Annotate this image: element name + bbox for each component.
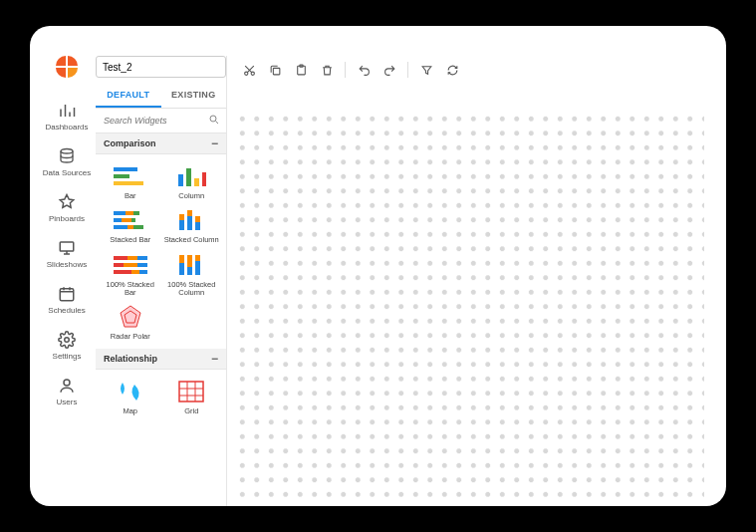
search-input[interactable] <box>96 109 226 133</box>
svg-rect-8 <box>114 181 143 185</box>
tab-existing[interactable]: EXISTING <box>161 84 227 108</box>
category-label: Relationship <box>104 354 157 364</box>
svg-rect-36 <box>139 270 147 274</box>
user-icon <box>58 377 76 395</box>
svg-rect-32 <box>124 263 137 267</box>
undo-button[interactable] <box>352 58 376 82</box>
dashboard-name-input[interactable] <box>96 56 226 78</box>
sidebar-item-schedules[interactable]: Schedules <box>48 285 85 315</box>
svg-rect-33 <box>137 263 147 267</box>
svg-rect-24 <box>187 216 192 230</box>
toolbar-separator <box>345 62 346 78</box>
widget-stacked-bar[interactable]: Stacked Bar <box>102 206 159 244</box>
svg-rect-34 <box>114 270 131 274</box>
svg-rect-7 <box>114 174 129 178</box>
app-window: Dashboards Data Sources Pinboards Slides… <box>30 26 726 506</box>
svg-rect-27 <box>195 216 200 222</box>
widget-label: Stacked Column <box>164 236 219 244</box>
svg-point-0 <box>61 149 73 154</box>
svg-rect-25 <box>187 210 192 216</box>
sidebar-item-users[interactable]: Users <box>57 377 78 406</box>
icon-sidebar: Dashboards Data Sources Pinboards Slides… <box>38 56 96 506</box>
paste-button[interactable] <box>289 58 313 82</box>
app-logo <box>56 56 78 78</box>
radar-thumb-icon <box>111 303 150 331</box>
widget-radar-polar[interactable]: Radar Polar <box>102 303 159 341</box>
svg-rect-38 <box>179 263 184 275</box>
sidebar-item-pinboards[interactable]: Pinboards <box>49 193 85 223</box>
cut-button[interactable] <box>237 58 261 82</box>
panel-tabs: DEFAULT EXISTING <box>96 84 226 109</box>
widget-100-stacked-bar[interactable]: 100% Stacked Bar <box>102 251 159 298</box>
svg-rect-45 <box>179 382 203 401</box>
bar-thumb-icon <box>111 162 150 190</box>
widget-label: Map <box>123 407 137 415</box>
svg-rect-30 <box>137 256 147 260</box>
category-header-relationship[interactable]: Relationship − <box>96 349 226 370</box>
widget-label: Stacked Bar <box>110 236 150 244</box>
main-area <box>227 56 704 506</box>
svg-rect-42 <box>195 261 200 275</box>
svg-rect-23 <box>179 214 184 220</box>
svg-rect-17 <box>122 218 131 222</box>
sidebar-item-label: Slideshows <box>47 260 87 269</box>
sidebar-item-label: Pinboards <box>49 214 85 223</box>
svg-point-3 <box>65 338 70 343</box>
slideshow-icon <box>58 239 76 257</box>
widget-grid-comparison: Bar Column Stacked Bar Stacked Column <box>96 154 226 349</box>
stacked-bar-thumb-icon <box>111 206 150 234</box>
copy-button[interactable] <box>263 58 287 82</box>
search-row <box>96 109 226 133</box>
svg-rect-16 <box>114 218 122 222</box>
filter-button[interactable] <box>414 58 438 82</box>
svg-rect-14 <box>126 211 133 215</box>
sidebar-item-label: Users <box>57 398 78 406</box>
sidebar-item-label: Data Sources <box>43 168 91 177</box>
tab-default[interactable]: DEFAULT <box>96 84 161 108</box>
svg-point-5 <box>210 116 216 122</box>
collapse-icon: − <box>211 355 218 363</box>
stacked-column-thumb-icon <box>171 206 211 234</box>
widget-grid-relationship: Map Grid <box>96 370 226 423</box>
svg-rect-10 <box>186 168 191 186</box>
sidebar-item-label: Dashboards <box>45 123 88 132</box>
svg-point-51 <box>251 72 254 75</box>
copy-icon <box>269 64 282 77</box>
calendar-icon <box>58 285 76 303</box>
widget-grid[interactable]: Grid <box>163 378 221 415</box>
widget-label: 100% Stacked Column <box>163 281 221 298</box>
widget-map[interactable]: Map <box>102 378 159 415</box>
sidebar-item-datasources[interactable]: Data Sources <box>43 147 91 177</box>
sidebar-item-settings[interactable]: Settings <box>53 331 82 361</box>
svg-rect-2 <box>60 289 74 301</box>
delete-button[interactable] <box>315 58 339 82</box>
svg-rect-20 <box>127 225 133 229</box>
category-header-comparison[interactable]: Comparison − <box>96 133 226 154</box>
widget-bar[interactable]: Bar <box>102 162 159 200</box>
widget-label: Radar Polar <box>111 333 150 341</box>
svg-rect-6 <box>114 167 137 171</box>
bar-chart-icon <box>58 102 76 120</box>
collapse-icon: − <box>211 139 218 147</box>
redo-button[interactable] <box>378 58 401 82</box>
svg-rect-40 <box>187 267 192 275</box>
refresh-button[interactable] <box>440 58 464 82</box>
full-stacked-bar-thumb-icon <box>111 251 150 279</box>
widget-stacked-column[interactable]: Stacked Column <box>163 206 221 244</box>
svg-rect-35 <box>131 270 139 274</box>
widget-column[interactable]: Column <box>163 162 221 200</box>
column-thumb-icon <box>171 162 211 190</box>
svg-rect-15 <box>133 211 139 215</box>
sidebar-item-slideshows[interactable]: Slideshows <box>47 239 87 269</box>
svg-point-50 <box>244 72 247 75</box>
map-thumb-icon <box>111 378 150 405</box>
dashboard-canvas[interactable] <box>233 110 704 506</box>
svg-rect-11 <box>194 178 199 186</box>
sidebar-item-dashboards[interactable]: Dashboards <box>45 102 88 132</box>
svg-rect-39 <box>187 255 192 267</box>
widget-100-stacked-column[interactable]: 100% Stacked Column <box>163 251 221 298</box>
widget-label: 100% Stacked Bar <box>102 281 159 298</box>
pin-icon <box>58 193 76 211</box>
sidebar-item-label: Settings <box>53 352 82 361</box>
grid-thumb-icon <box>171 378 211 405</box>
